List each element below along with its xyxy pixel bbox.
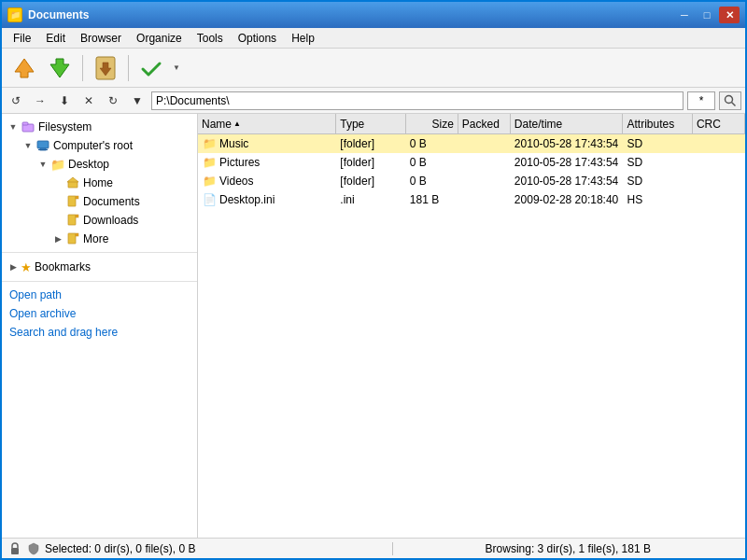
table-row[interactable]: 📁 Videos [folder] 0 B 2010-05-28 17:43:5… <box>198 172 745 190</box>
toolbar: ▼ <box>2 49 745 88</box>
toolbar-down-button[interactable] <box>43 51 77 85</box>
file-type-desktopini: .ini <box>336 193 405 206</box>
toolbar-up-button[interactable] <box>7 51 41 85</box>
folder-icon: 📁 <box>202 155 217 170</box>
col-header-attributes[interactable]: Attributes <box>623 114 692 133</box>
computers-root-icon <box>35 138 50 153</box>
addr-refresh-button[interactable]: ↺ <box>6 91 26 110</box>
window-controls: ─ □ ✕ <box>674 7 740 23</box>
file-datetime-pictures: 2010-05-28 17:43:54 <box>511 156 624 169</box>
home-expander <box>50 175 65 190</box>
filelist-header: Name ▲ Type Size Packed Date/time Attrib… <box>198 114 745 134</box>
window-title: Documents <box>28 8 674 21</box>
toolbar-ok-button[interactable] <box>134 51 168 85</box>
sidebar-bookmarks-section[interactable]: ▶ ★ Bookmarks <box>2 257 197 277</box>
col-header-size[interactable]: Size <box>406 114 458 133</box>
close-button[interactable]: ✕ <box>719 7 740 23</box>
menu-organize[interactable]: Organize <box>129 30 190 47</box>
quick-open-path[interactable]: Open path <box>2 286 197 304</box>
main-content: ▼ Filesystem ▼ <box>2 114 745 538</box>
file-datetime-music: 2010-05-28 17:43:54 <box>511 137 624 150</box>
sidebar-item-documents[interactable]: Documents <box>2 192 197 211</box>
col-header-packed[interactable]: Packed <box>458 114 511 133</box>
menu-help[interactable]: Help <box>284 30 322 47</box>
addr-forward-button[interactable]: → <box>30 91 50 110</box>
menu-browser[interactable]: Browser <box>73 30 129 47</box>
maximize-button[interactable]: □ <box>697 7 717 23</box>
table-row[interactable]: 📁 Music [folder] 0 B 2010-05-28 17:43:54… <box>198 134 745 153</box>
file-name-pictures: 📁 Pictures <box>198 155 336 170</box>
menu-edit[interactable]: Edit <box>38 30 73 47</box>
sidebar-item-filesystem[interactable]: ▼ Filesystem <box>2 118 197 136</box>
filter-input[interactable] <box>687 91 715 110</box>
open-path-label: Open path <box>9 288 62 301</box>
sidebar-computers-root-label: Computer's root <box>53 139 133 152</box>
filesystem-icon <box>21 119 35 134</box>
filesystem-expander[interactable]: ▼ <box>6 119 21 134</box>
file-datetime-videos: 2010-05-28 17:43:54 <box>511 175 624 188</box>
menu-tools[interactable]: Tools <box>190 30 231 47</box>
more-icon <box>65 231 80 246</box>
col-header-datetime[interactable]: Date/time <box>511 114 624 133</box>
sidebar-desktop-label: Desktop <box>68 158 109 171</box>
addr-history-button[interactable]: ↻ <box>103 91 123 110</box>
sidebar-item-more[interactable]: ▶ More <box>2 230 197 248</box>
sidebar-home-label: Home <box>83 176 113 189</box>
toolbar-extract-button[interactable] <box>89 51 122 85</box>
more-expander[interactable]: ▶ <box>50 231 65 246</box>
table-row[interactable]: 📄 Desktop.ini .ini 181 B 2009-02-28 20:1… <box>198 190 745 209</box>
sidebar: ▼ Filesystem ▼ <box>2 114 198 538</box>
main-window: 📁 Documents ─ □ ✕ File Edit Browser Orga… <box>0 0 747 560</box>
sidebar-item-computers-root[interactable]: ▼ Computer's root <box>2 136 197 155</box>
addr-stop-button[interactable]: ✕ <box>78 91 99 110</box>
file-datetime-desktopini: 2009-02-28 20:18:40 <box>511 193 624 206</box>
sidebar-bookmarks-label: Bookmarks <box>35 260 91 273</box>
file-name-desktopini: 📄 Desktop.ini <box>198 192 336 207</box>
svg-rect-18 <box>76 215 78 217</box>
svg-rect-22 <box>11 548 19 554</box>
filelist: Name ▲ Type Size Packed Date/time Attrib… <box>198 114 745 538</box>
svg-point-4 <box>726 95 733 103</box>
sidebar-item-downloads[interactable]: Downloads <box>2 211 197 230</box>
addr-down-button[interactable]: ⬇ <box>54 91 75 110</box>
window-icon: 📁 <box>7 7 22 22</box>
documents-expander <box>50 194 65 209</box>
file-attr-pictures: SD <box>624 156 693 169</box>
col-header-name[interactable]: Name ▲ <box>198 114 336 133</box>
sidebar-item-home[interactable]: Home <box>2 174 197 192</box>
col-header-type[interactable]: Type <box>336 114 405 133</box>
menu-options[interactable]: Options <box>231 30 284 47</box>
addr-dropdown-button[interactable]: ▼ <box>127 91 148 110</box>
toolbar-separator-1 <box>82 55 83 81</box>
folder-icon: 📁 <box>202 174 217 189</box>
sidebar-item-desktop[interactable]: ▼ 📁 Desktop <box>2 155 197 174</box>
desktop-expander[interactable]: ▼ <box>35 157 50 172</box>
col-header-crc[interactable]: CRC <box>693 114 745 133</box>
bookmarks-expander[interactable]: ▶ <box>6 259 21 274</box>
svg-rect-10 <box>38 149 48 150</box>
svg-marker-1 <box>50 59 69 77</box>
file-size-music: 0 B <box>406 137 458 150</box>
status-selected: Selected: 0 dir(s), 0 file(s), 0 B <box>45 542 388 555</box>
status-separator <box>392 542 393 555</box>
menu-file[interactable]: File <box>6 30 38 47</box>
file-size-desktopini: 181 B <box>406 193 458 206</box>
search-button[interactable] <box>719 91 741 110</box>
addressbar: ↺ → ⬇ ✕ ↻ ▼ <box>2 88 745 114</box>
table-row[interactable]: 📁 Pictures [folder] 0 B 2010-05-28 17:43… <box>198 153 745 172</box>
file-attr-videos: SD <box>624 175 693 188</box>
svg-rect-19 <box>68 233 76 244</box>
svg-rect-21 <box>76 233 78 236</box>
svg-marker-0 <box>15 59 34 77</box>
bookmarks-star-icon: ★ <box>21 260 32 274</box>
desktop-icon: 📁 <box>50 157 65 172</box>
quick-search-drag[interactable]: Search and drag here <box>2 323 197 342</box>
minimize-button[interactable]: ─ <box>674 7 695 23</box>
address-input[interactable] <box>151 91 684 110</box>
svg-rect-13 <box>68 196 76 206</box>
security-icon <box>26 541 41 556</box>
toolbar-ok-dropdown[interactable]: ▼ <box>170 51 183 85</box>
quick-open-archive[interactable]: Open archive <box>2 304 197 323</box>
computers-root-expander[interactable]: ▼ <box>21 138 35 153</box>
file-name-music: 📁 Music <box>198 136 336 151</box>
